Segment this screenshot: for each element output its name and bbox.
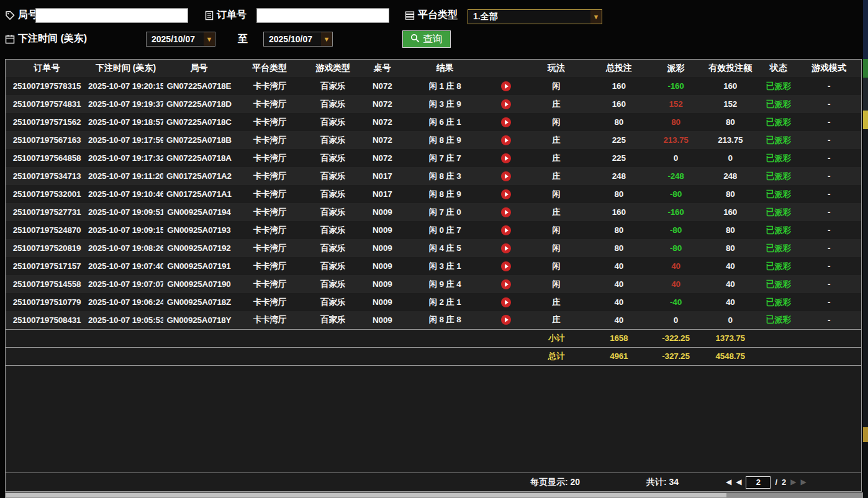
cell-round-no: GN07225A0718B xyxy=(163,131,235,149)
cell-result: 闲 3 庄 9 xyxy=(404,95,486,113)
last-page-button[interactable]: ▶ xyxy=(801,473,807,491)
table-row[interactable]: 2510071975320012025-10-07 19:10:46GN0172… xyxy=(6,185,861,203)
cell-play-type: 闲 xyxy=(527,275,587,293)
per-page-label: 每页显示: xyxy=(530,477,568,487)
table-row[interactable]: 2510071975084312025-10-07 19:05:53GN0092… xyxy=(6,311,861,329)
cell-result: 闲 2 庄 1 xyxy=(404,293,486,311)
cell-game-type: 百家乐 xyxy=(305,113,361,131)
next-page-button[interactable]: ▶ xyxy=(790,473,796,491)
table-row[interactable]: 2510071975171572025-10-07 19:07:40GN0092… xyxy=(6,257,861,275)
table-row[interactable]: 2510071975208192025-10-07 19:08:26GN0092… xyxy=(6,239,861,257)
order-number-input[interactable] xyxy=(256,8,389,23)
cell-order-no: 251007197527731 xyxy=(6,203,88,221)
table-row[interactable]: 2510071975715622025-10-07 19:18:57GN0722… xyxy=(6,113,861,131)
cell-platform: 卡卡湾厅 xyxy=(235,293,305,311)
cell-order-no: 251007197532001 xyxy=(6,185,88,203)
page-number-input[interactable] xyxy=(746,476,771,489)
cell-order-no: 251007197534713 xyxy=(6,167,88,185)
table-row[interactable]: 2510071975277312025-10-07 19:09:51GN0092… xyxy=(6,203,861,221)
cell-game-mode: - xyxy=(797,293,861,311)
records-panel: 订单号 下注时间 (美东) 局号 平台类型 游戏类型 桌号 结果 玩法 总投注 … xyxy=(5,59,862,492)
cell-total-bet: 80 xyxy=(586,113,651,131)
bet-date-to-select[interactable]: 2025/10/07 ▼ xyxy=(263,32,333,47)
cell-valid-bet: 0 xyxy=(700,149,761,167)
table-row[interactable]: 2510071975671632025-10-07 19:17:59GN0722… xyxy=(6,131,861,149)
subtotal-total-bet: 1658 xyxy=(586,329,651,347)
first-page-button[interactable]: ◀ xyxy=(726,473,731,491)
play-video-icon[interactable] xyxy=(501,225,511,235)
cell-valid-bet: 80 xyxy=(700,185,761,203)
play-video-icon[interactable] xyxy=(501,135,511,145)
play-video-icon[interactable] xyxy=(501,207,511,217)
table-row[interactable]: 2510071975248702025-10-07 19:09:15GN0092… xyxy=(6,221,861,239)
cell-table-no: N072 xyxy=(361,113,404,131)
page-separator: / xyxy=(775,473,777,491)
cell-platform: 卡卡湾厅 xyxy=(235,185,305,203)
header-valid-bet: 有效投注额 xyxy=(700,60,761,77)
cell-bet-time: 2025-10-07 19:07:40 xyxy=(88,257,163,275)
play-video-icon[interactable] xyxy=(501,297,511,307)
cell-order-no: 251007197508431 xyxy=(6,311,88,329)
table-row[interactable]: 2510071975107792025-10-07 19:06:24GN0092… xyxy=(6,293,861,311)
cell-order-no: 251007197510779 xyxy=(6,293,88,311)
play-video-icon[interactable] xyxy=(501,243,511,253)
cell-result: 闲 4 庄 5 xyxy=(404,239,486,257)
cell-payout: -80 xyxy=(651,221,700,239)
cell-payout: 80 xyxy=(651,113,700,131)
cell-game-mode: - xyxy=(797,167,861,185)
cell-bet-time: 2025-10-07 19:08:26 xyxy=(88,239,163,257)
table-row[interactable]: 2510071975748312025-10-07 19:19:37GN0722… xyxy=(6,95,861,113)
play-video-icon[interactable] xyxy=(501,189,511,199)
cell-platform: 卡卡湾厅 xyxy=(235,113,305,131)
cell-play-type: 庄 xyxy=(527,167,587,185)
cell-game-type: 百家乐 xyxy=(305,275,361,293)
cell-result: 闲 8 庄 3 xyxy=(404,167,486,185)
table-row[interactable]: 2510071975145582025-10-07 19:07:07GN0092… xyxy=(6,275,861,293)
play-video-icon[interactable] xyxy=(501,99,511,109)
play-video-icon[interactable] xyxy=(501,171,511,181)
cell-bet-time: 2025-10-07 19:05:53 xyxy=(88,311,163,329)
cell-round-no: GN00925A07190 xyxy=(163,275,235,293)
cell-round-no: GN07225A0718A xyxy=(163,149,235,167)
tag-icon xyxy=(5,11,15,20)
header-table-no: 桌号 xyxy=(361,60,404,77)
cell-valid-bet: 80 xyxy=(700,239,761,257)
platform-type-label: 平台类型 xyxy=(418,9,458,22)
scrollbar-thumb[interactable] xyxy=(6,493,726,497)
round-number-input[interactable] xyxy=(35,8,188,23)
prev-page-button[interactable]: ◀ xyxy=(736,473,741,491)
play-video-icon[interactable] xyxy=(501,315,511,325)
cell-total-bet: 40 xyxy=(586,311,651,329)
table-row[interactable]: 2510071975347132025-10-07 19:11:20GN0172… xyxy=(6,167,861,185)
betting-records-screen: 局号 订单号 平台类型 1.全部 ▼ 下注时间 (美东) 202 xyxy=(0,0,868,498)
cell-order-no: 251007197574831 xyxy=(6,95,88,113)
play-video-icon[interactable] xyxy=(501,279,511,289)
cell-platform: 卡卡湾厅 xyxy=(235,311,305,329)
platform-type-select[interactable]: 1.全部 ▼ xyxy=(468,9,602,24)
cell-result: 闲 1 庄 8 xyxy=(404,77,486,95)
cell-total-bet: 225 xyxy=(586,131,651,149)
total-payout: -327.25 xyxy=(651,347,700,365)
horizontal-scrollbar[interactable] xyxy=(5,492,863,498)
cell-order-no: 251007197520819 xyxy=(6,239,88,257)
cell-replay xyxy=(486,311,527,329)
play-video-icon[interactable] xyxy=(501,261,511,271)
table-row[interactable]: 2510071975783152025-10-07 19:20:15GN0722… xyxy=(6,77,861,95)
cell-status: 已派彩 xyxy=(761,311,797,329)
bet-date-from-select[interactable]: 2025/10/07 ▼ xyxy=(146,32,215,47)
cell-platform: 卡卡湾厅 xyxy=(235,131,305,149)
table-row[interactable]: 2510071975648582025-10-07 19:17:32GN0722… xyxy=(6,149,861,167)
query-button[interactable]: 查询 xyxy=(402,30,451,48)
table-header-row: 订单号 下注时间 (美东) 局号 平台类型 游戏类型 桌号 结果 玩法 总投注 … xyxy=(6,60,861,77)
cell-table-no: N017 xyxy=(361,167,404,185)
cell-bet-time: 2025-10-07 19:17:32 xyxy=(88,149,163,167)
header-replay xyxy=(486,60,527,77)
cell-valid-bet: 213.75 xyxy=(700,131,761,149)
play-video-icon[interactable] xyxy=(501,153,511,163)
cell-play-type: 庄 xyxy=(527,95,587,113)
cell-game-mode: - xyxy=(797,239,861,257)
play-video-icon[interactable] xyxy=(501,81,511,91)
cell-order-no: 251007197578315 xyxy=(6,77,88,95)
play-video-icon[interactable] xyxy=(501,117,511,127)
cell-replay xyxy=(486,167,527,185)
